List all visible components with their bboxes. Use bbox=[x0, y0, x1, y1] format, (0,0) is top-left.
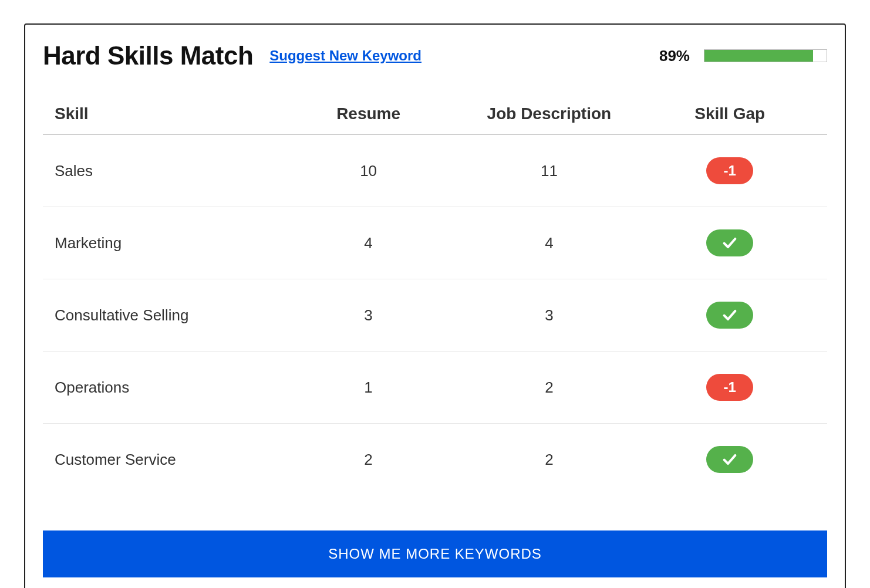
skills-match-card: Hard Skills Match Suggest New Keyword 89… bbox=[24, 23, 846, 588]
table-row: Consultative Selling33 bbox=[43, 279, 827, 352]
table-row: Operations12-1 bbox=[43, 352, 827, 424]
cell-skill-gap bbox=[644, 302, 815, 329]
table-row: Sales1011-1 bbox=[43, 135, 827, 207]
gap-deficit-badge: -1 bbox=[706, 157, 753, 184]
cell-skill: Customer Service bbox=[55, 451, 283, 469]
gap-match-badge bbox=[706, 446, 753, 473]
cell-job-description: 11 bbox=[454, 162, 644, 180]
skills-table: Skill Resume Job Description Skill Gap S… bbox=[43, 94, 827, 495]
check-icon bbox=[721, 307, 738, 323]
table-header: Skill Resume Job Description Skill Gap bbox=[43, 94, 827, 135]
match-percent: 89% bbox=[659, 47, 690, 65]
page-title: Hard Skills Match bbox=[43, 41, 253, 70]
check-icon bbox=[721, 235, 738, 251]
gap-value: -1 bbox=[724, 163, 736, 179]
table-body: Sales1011-1Marketing44Consultative Selli… bbox=[43, 135, 827, 495]
table-row: Customer Service22 bbox=[43, 424, 827, 495]
cell-resume: 3 bbox=[283, 306, 454, 325]
cell-resume: 4 bbox=[283, 234, 454, 252]
cell-skill: Operations bbox=[55, 379, 283, 397]
gap-deficit-badge: -1 bbox=[706, 374, 753, 401]
cell-job-description: 3 bbox=[454, 306, 644, 325]
col-skill: Skill bbox=[55, 104, 283, 123]
cell-skill: Consultative Selling bbox=[55, 306, 283, 325]
card-header: Hard Skills Match Suggest New Keyword 89… bbox=[43, 41, 827, 70]
gap-match-badge bbox=[706, 302, 753, 329]
cell-job-description: 2 bbox=[454, 451, 644, 469]
col-resume: Resume bbox=[283, 104, 454, 123]
gap-value: -1 bbox=[724, 379, 736, 396]
cell-job-description: 4 bbox=[454, 234, 644, 252]
suggest-keyword-link[interactable]: Suggest New Keyword bbox=[269, 48, 421, 64]
cell-skill-gap bbox=[644, 446, 815, 473]
cell-skill: Marketing bbox=[55, 234, 283, 252]
cell-skill: Sales bbox=[55, 162, 283, 180]
header-right: 89% bbox=[659, 47, 827, 65]
show-more-keywords-button[interactable]: SHOW ME MORE KEYWORDS bbox=[43, 530, 827, 577]
cell-skill-gap bbox=[644, 229, 815, 256]
cell-skill-gap: -1 bbox=[644, 374, 815, 401]
table-row: Marketing44 bbox=[43, 207, 827, 279]
cell-resume: 10 bbox=[283, 162, 454, 180]
progress-bar bbox=[704, 49, 827, 62]
cell-resume: 2 bbox=[283, 451, 454, 469]
cell-resume: 1 bbox=[283, 379, 454, 397]
col-job-description: Job Description bbox=[454, 104, 644, 123]
cell-job-description: 2 bbox=[454, 379, 644, 397]
gap-match-badge bbox=[706, 229, 753, 256]
col-skill-gap: Skill Gap bbox=[644, 104, 815, 123]
progress-fill bbox=[704, 50, 813, 62]
cell-skill-gap: -1 bbox=[644, 157, 815, 184]
check-icon bbox=[721, 451, 738, 468]
